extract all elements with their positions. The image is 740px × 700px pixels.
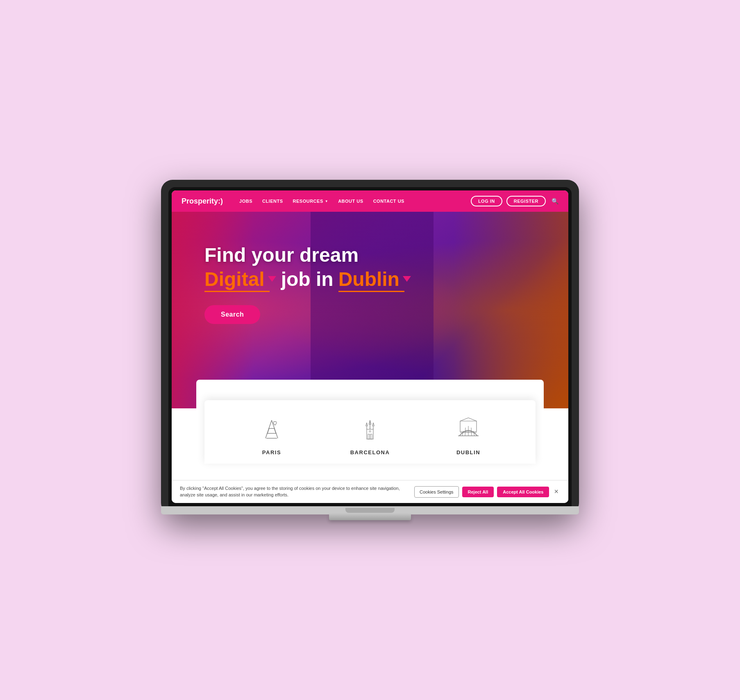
hero-word-digital: Digital	[204, 268, 276, 290]
search-icon[interactable]: 🔍	[552, 198, 558, 204]
accept-cookies-button[interactable]: Accept All Cookies	[497, 487, 549, 497]
svg-line-1	[272, 420, 278, 438]
laptop-outer: Prosperity:) JOBS CLIENTS RESOURCES ▼	[161, 180, 579, 514]
login-button[interactable]: LOG IN	[471, 196, 502, 206]
locations-card: PARIS	[204, 400, 536, 464]
cookie-actions: Cookies Settings Reject All Accept All C…	[414, 486, 560, 498]
nav-item-contact[interactable]: CONTACT US	[373, 199, 404, 204]
cookie-banner: By clicking "Accept All Cookies", you ag…	[172, 480, 568, 503]
register-button[interactable]: REGISTER	[506, 196, 546, 206]
nav-item-clients[interactable]: CLIENTS	[262, 199, 283, 204]
nav-item-about[interactable]: ABOUT US	[338, 199, 363, 204]
locations-section: PARIS	[172, 408, 568, 480]
laptop-base	[161, 506, 579, 514]
svg-rect-14	[368, 434, 370, 439]
chevron-down-icon: ▼	[325, 199, 328, 203]
barcelona-label: BARCELONA	[350, 449, 390, 455]
locations-grid: PARIS	[227, 415, 513, 455]
location-paris[interactable]: PARIS	[227, 415, 317, 455]
hero-word-job-in: job in	[281, 268, 334, 290]
nav-menu: JOBS CLIENTS RESOURCES ▼ ABOUT US	[239, 199, 471, 204]
laptop-screen: Prosperity:) JOBS CLIENTS RESOURCES ▼	[172, 190, 568, 503]
laptop-notch	[345, 508, 395, 513]
dublin-label: DUBLIN	[456, 449, 480, 455]
reject-all-button[interactable]: Reject All	[462, 487, 494, 497]
screen-bezel: Prosperity:) JOBS CLIENTS RESOURCES ▼	[168, 187, 572, 506]
navbar-actions: LOG IN REGISTER 🔍	[471, 196, 558, 206]
svg-line-25	[460, 418, 468, 421]
location-barcelona[interactable]: BARCELONA	[325, 415, 415, 455]
hero-content: Find your dream Digital job in Dublin	[172, 212, 568, 340]
search-button[interactable]: Search	[204, 305, 260, 324]
paris-icon	[257, 415, 286, 444]
svg-point-16	[369, 430, 371, 432]
hero-title-line2: Digital job in Dublin	[204, 268, 536, 290]
dublin-icon	[454, 415, 483, 444]
brand-logo[interactable]: Prosperity:)	[182, 197, 223, 206]
paris-label: PARIS	[262, 449, 281, 455]
svg-rect-7	[367, 429, 373, 439]
hero-word-dublin: Dublin	[338, 268, 411, 290]
nav-item-jobs[interactable]: JOBS	[239, 199, 252, 204]
navbar: Prosperity:) JOBS CLIENTS RESOURCES ▼	[172, 190, 568, 212]
device-wrapper: Prosperity:) JOBS CLIENTS RESOURCES ▼	[161, 180, 579, 520]
hero-section: Find your dream Digital job in Dublin	[172, 212, 568, 408]
barcelona-icon	[356, 415, 384, 444]
close-icon[interactable]: ×	[552, 487, 560, 496]
digital-dropdown-icon[interactable]	[268, 276, 276, 282]
nav-item-resources[interactable]: RESOURCES ▼	[293, 199, 329, 204]
svg-line-0	[266, 420, 272, 438]
cookie-text: By clicking "Accept All Cookies", you ag…	[180, 485, 408, 498]
laptop-stand	[329, 514, 411, 520]
location-dublin[interactable]: DUBLIN	[423, 415, 513, 455]
svg-rect-15	[370, 434, 372, 439]
hero-title-line1: Find your dream	[204, 245, 536, 266]
cookies-settings-button[interactable]: Cookies Settings	[414, 486, 459, 498]
dublin-dropdown-icon[interactable]	[403, 276, 411, 282]
svg-line-26	[468, 418, 477, 421]
